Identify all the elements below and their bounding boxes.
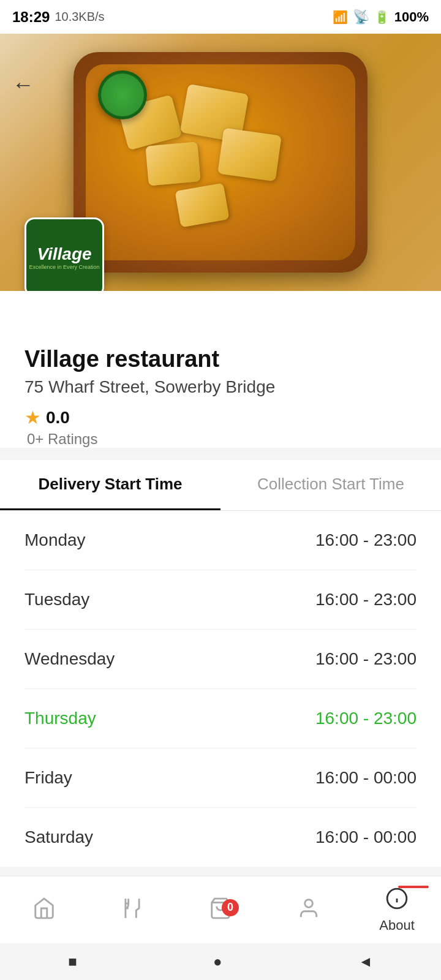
battery-percent: 100%: [394, 9, 429, 25]
dish-bowl: [74, 52, 368, 273]
day-saturday: Saturday: [24, 827, 93, 847]
herb-garnish: [98, 70, 147, 119]
wifi-icon: 📡: [353, 9, 369, 25]
profile-icon: [297, 897, 320, 924]
android-nav: ■ ● ◄: [0, 943, 441, 980]
day-wednesday: Wednesday: [24, 649, 115, 669]
svg-point-4: [305, 899, 313, 907]
home-icon: [32, 897, 56, 924]
schedule-row-thursday: Thursday 16:00 - 23:00: [24, 689, 417, 748]
android-back-btn[interactable]: ◄: [358, 953, 373, 970]
back-button[interactable]: ←: [12, 74, 34, 96]
schedule-container: Monday 16:00 - 23:00 Tuesday 16:00 - 23:…: [0, 511, 441, 867]
status-right: 📶 📡 🔋 100%: [333, 9, 429, 25]
day-thursday: Thursday: [24, 709, 96, 728]
schedule-row-wednesday: Wednesday 16:00 - 23:00: [24, 630, 417, 689]
day-friday: Friday: [24, 768, 72, 788]
tab-delivery[interactable]: Delivery Start Time: [0, 460, 221, 510]
cutlery-icon: [121, 897, 144, 924]
hours-tuesday: 16:00 - 23:00: [315, 590, 417, 609]
schedule-row-friday: Friday 16:00 - 00:00: [24, 748, 417, 808]
nav-item-about[interactable]: About: [353, 887, 441, 933]
paneer-3: [145, 141, 200, 186]
android-circle-btn[interactable]: ●: [213, 953, 222, 970]
restaurant-address: 75 Wharf Street, Sowerby Bridge: [24, 377, 417, 397]
hours-wednesday: 16:00 - 23:00: [315, 649, 417, 669]
bottom-nav: 0 About: [0, 876, 441, 943]
logo-village-text: Village: [37, 244, 91, 264]
hours-saturday: 16:00 - 00:00: [315, 827, 417, 847]
hours-monday: 16:00 - 23:00: [315, 530, 417, 550]
rating-count: 0+ Ratings: [27, 431, 417, 448]
speed-display: 10.3KB/s: [55, 10, 104, 24]
restaurant-name: Village restaurant: [24, 346, 417, 372]
nav-item-profile[interactable]: [265, 897, 353, 924]
rating-row: ★ 0.0: [24, 407, 417, 428]
status-left: 18:29 10.3KB/s: [12, 9, 105, 26]
info-card: Village restaurant 75 Wharf Street, Sowe…: [0, 291, 441, 448]
nav-item-restaurant[interactable]: [88, 897, 176, 924]
day-monday: Monday: [24, 530, 86, 550]
signal-icon: 📶: [333, 10, 348, 24]
tabs-container: Delivery Start Time Collection Start Tim…: [0, 460, 441, 511]
about-label: About: [379, 918, 415, 933]
battery-icon: 🔋: [374, 10, 390, 24]
star-icon: ★: [24, 407, 41, 428]
schedule-row-saturday: Saturday 16:00 - 00:00: [24, 808, 417, 867]
schedule-row-tuesday: Tuesday 16:00 - 23:00: [24, 570, 417, 630]
status-bar: 18:29 10.3KB/s 📶 📡 🔋 100%: [0, 0, 441, 34]
restaurant-logo: Village Excellence in Every Creation: [24, 217, 104, 291]
nav-item-home[interactable]: [0, 897, 88, 924]
rating-value: 0.0: [46, 408, 70, 428]
nav-item-cart[interactable]: 0: [176, 897, 265, 924]
hours-friday: 16:00 - 00:00: [315, 768, 417, 788]
day-tuesday: Tuesday: [24, 590, 89, 609]
paneer-4: [217, 128, 282, 181]
tab-collection[interactable]: Collection Start Time: [221, 460, 441, 510]
logo-sub-text: Excellence in Every Creation: [26, 264, 102, 271]
about-icon: [385, 887, 409, 914]
time-display: 18:29: [12, 9, 50, 26]
hero-image: ← Village Excellence in Every Creation: [0, 34, 441, 291]
hours-thursday: 16:00 - 23:00: [315, 709, 417, 728]
schedule-row-monday: Monday 16:00 - 23:00: [24, 511, 417, 570]
cart-badge: 0: [222, 899, 239, 916]
android-square-btn[interactable]: ■: [68, 953, 77, 970]
